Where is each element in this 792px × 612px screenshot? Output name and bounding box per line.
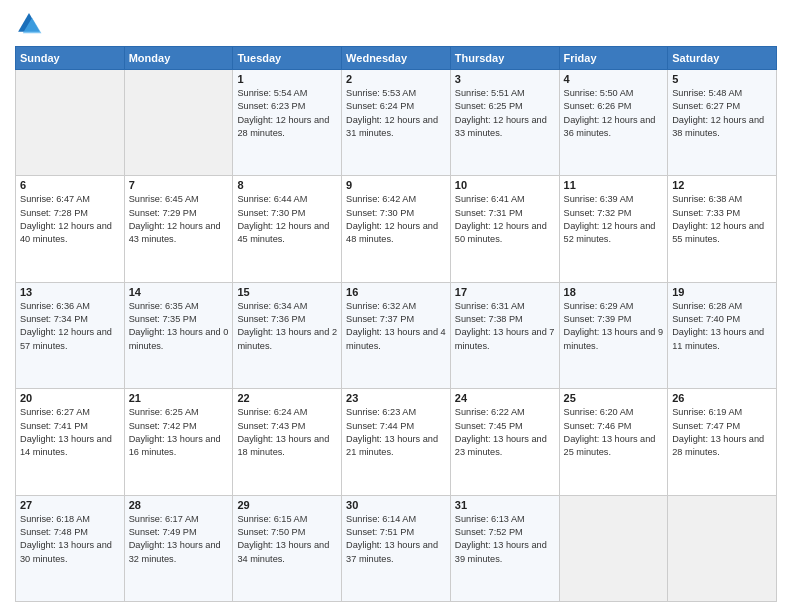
calendar-cell: 16Sunrise: 6:32 AMSunset: 7:37 PMDayligh… (342, 282, 451, 388)
day-number: 16 (346, 286, 446, 298)
calendar-week-1: 1Sunrise: 5:54 AMSunset: 6:23 PMDaylight… (16, 70, 777, 176)
calendar-cell: 26Sunrise: 6:19 AMSunset: 7:47 PMDayligh… (668, 389, 777, 495)
calendar-cell: 5Sunrise: 5:48 AMSunset: 6:27 PMDaylight… (668, 70, 777, 176)
day-info: Sunrise: 6:23 AMSunset: 7:44 PMDaylight:… (346, 406, 446, 459)
day-info: Sunrise: 6:44 AMSunset: 7:30 PMDaylight:… (237, 193, 337, 246)
day-number: 1 (237, 73, 337, 85)
day-number: 24 (455, 392, 555, 404)
calendar-cell: 14Sunrise: 6:35 AMSunset: 7:35 PMDayligh… (124, 282, 233, 388)
calendar-cell: 21Sunrise: 6:25 AMSunset: 7:42 PMDayligh… (124, 389, 233, 495)
day-number: 26 (672, 392, 772, 404)
day-number: 30 (346, 499, 446, 511)
day-number: 12 (672, 179, 772, 191)
calendar-cell: 29Sunrise: 6:15 AMSunset: 7:50 PMDayligh… (233, 495, 342, 601)
day-info: Sunrise: 5:54 AMSunset: 6:23 PMDaylight:… (237, 87, 337, 140)
day-number: 27 (20, 499, 120, 511)
calendar-cell: 9Sunrise: 6:42 AMSunset: 7:30 PMDaylight… (342, 176, 451, 282)
calendar-cell: 4Sunrise: 5:50 AMSunset: 6:26 PMDaylight… (559, 70, 668, 176)
calendar-cell: 23Sunrise: 6:23 AMSunset: 7:44 PMDayligh… (342, 389, 451, 495)
day-info: Sunrise: 6:14 AMSunset: 7:51 PMDaylight:… (346, 513, 446, 566)
weekday-header-tuesday: Tuesday (233, 47, 342, 70)
calendar-cell: 13Sunrise: 6:36 AMSunset: 7:34 PMDayligh… (16, 282, 125, 388)
calendar-cell (124, 70, 233, 176)
header (15, 10, 777, 38)
day-info: Sunrise: 6:20 AMSunset: 7:46 PMDaylight:… (564, 406, 664, 459)
day-info: Sunrise: 6:17 AMSunset: 7:49 PMDaylight:… (129, 513, 229, 566)
day-info: Sunrise: 5:53 AMSunset: 6:24 PMDaylight:… (346, 87, 446, 140)
calendar-cell (16, 70, 125, 176)
day-info: Sunrise: 6:45 AMSunset: 7:29 PMDaylight:… (129, 193, 229, 246)
weekday-header-thursday: Thursday (450, 47, 559, 70)
calendar-cell: 7Sunrise: 6:45 AMSunset: 7:29 PMDaylight… (124, 176, 233, 282)
day-info: Sunrise: 6:22 AMSunset: 7:45 PMDaylight:… (455, 406, 555, 459)
day-info: Sunrise: 6:19 AMSunset: 7:47 PMDaylight:… (672, 406, 772, 459)
calendar-cell: 30Sunrise: 6:14 AMSunset: 7:51 PMDayligh… (342, 495, 451, 601)
day-number: 18 (564, 286, 664, 298)
calendar-cell: 18Sunrise: 6:29 AMSunset: 7:39 PMDayligh… (559, 282, 668, 388)
weekday-header-saturday: Saturday (668, 47, 777, 70)
day-number: 19 (672, 286, 772, 298)
day-info: Sunrise: 6:36 AMSunset: 7:34 PMDaylight:… (20, 300, 120, 353)
calendar-week-4: 20Sunrise: 6:27 AMSunset: 7:41 PMDayligh… (16, 389, 777, 495)
day-info: Sunrise: 6:24 AMSunset: 7:43 PMDaylight:… (237, 406, 337, 459)
logo (15, 10, 47, 38)
day-number: 13 (20, 286, 120, 298)
day-info: Sunrise: 6:15 AMSunset: 7:50 PMDaylight:… (237, 513, 337, 566)
day-info: Sunrise: 6:42 AMSunset: 7:30 PMDaylight:… (346, 193, 446, 246)
calendar-cell: 2Sunrise: 5:53 AMSunset: 6:24 PMDaylight… (342, 70, 451, 176)
day-info: Sunrise: 6:31 AMSunset: 7:38 PMDaylight:… (455, 300, 555, 353)
calendar-cell: 24Sunrise: 6:22 AMSunset: 7:45 PMDayligh… (450, 389, 559, 495)
calendar-cell: 22Sunrise: 6:24 AMSunset: 7:43 PMDayligh… (233, 389, 342, 495)
day-info: Sunrise: 6:25 AMSunset: 7:42 PMDaylight:… (129, 406, 229, 459)
calendar-cell: 12Sunrise: 6:38 AMSunset: 7:33 PMDayligh… (668, 176, 777, 282)
day-number: 14 (129, 286, 229, 298)
day-info: Sunrise: 6:18 AMSunset: 7:48 PMDaylight:… (20, 513, 120, 566)
day-info: Sunrise: 6:38 AMSunset: 7:33 PMDaylight:… (672, 193, 772, 246)
calendar-cell: 15Sunrise: 6:34 AMSunset: 7:36 PMDayligh… (233, 282, 342, 388)
day-info: Sunrise: 5:51 AMSunset: 6:25 PMDaylight:… (455, 87, 555, 140)
calendar-cell: 6Sunrise: 6:47 AMSunset: 7:28 PMDaylight… (16, 176, 125, 282)
day-number: 22 (237, 392, 337, 404)
calendar-cell: 10Sunrise: 6:41 AMSunset: 7:31 PMDayligh… (450, 176, 559, 282)
day-number: 9 (346, 179, 446, 191)
day-number: 5 (672, 73, 772, 85)
day-info: Sunrise: 6:13 AMSunset: 7:52 PMDaylight:… (455, 513, 555, 566)
day-info: Sunrise: 6:41 AMSunset: 7:31 PMDaylight:… (455, 193, 555, 246)
calendar-cell: 28Sunrise: 6:17 AMSunset: 7:49 PMDayligh… (124, 495, 233, 601)
weekday-header-monday: Monday (124, 47, 233, 70)
day-number: 21 (129, 392, 229, 404)
calendar-cell: 8Sunrise: 6:44 AMSunset: 7:30 PMDaylight… (233, 176, 342, 282)
day-number: 28 (129, 499, 229, 511)
weekday-header-friday: Friday (559, 47, 668, 70)
calendar-cell: 25Sunrise: 6:20 AMSunset: 7:46 PMDayligh… (559, 389, 668, 495)
calendar-cell: 19Sunrise: 6:28 AMSunset: 7:40 PMDayligh… (668, 282, 777, 388)
day-info: Sunrise: 6:34 AMSunset: 7:36 PMDaylight:… (237, 300, 337, 353)
calendar-cell: 11Sunrise: 6:39 AMSunset: 7:32 PMDayligh… (559, 176, 668, 282)
day-info: Sunrise: 6:29 AMSunset: 7:39 PMDaylight:… (564, 300, 664, 353)
calendar-cell (559, 495, 668, 601)
weekday-header-sunday: Sunday (16, 47, 125, 70)
day-number: 31 (455, 499, 555, 511)
day-number: 6 (20, 179, 120, 191)
calendar-week-2: 6Sunrise: 6:47 AMSunset: 7:28 PMDaylight… (16, 176, 777, 282)
calendar-cell: 31Sunrise: 6:13 AMSunset: 7:52 PMDayligh… (450, 495, 559, 601)
day-number: 4 (564, 73, 664, 85)
calendar-cell (668, 495, 777, 601)
day-number: 25 (564, 392, 664, 404)
weekday-header-row: SundayMondayTuesdayWednesdayThursdayFrid… (16, 47, 777, 70)
day-number: 2 (346, 73, 446, 85)
day-number: 7 (129, 179, 229, 191)
day-number: 20 (20, 392, 120, 404)
calendar-cell: 3Sunrise: 5:51 AMSunset: 6:25 PMDaylight… (450, 70, 559, 176)
calendar-cell: 20Sunrise: 6:27 AMSunset: 7:41 PMDayligh… (16, 389, 125, 495)
weekday-header-wednesday: Wednesday (342, 47, 451, 70)
calendar-cell: 17Sunrise: 6:31 AMSunset: 7:38 PMDayligh… (450, 282, 559, 388)
day-number: 15 (237, 286, 337, 298)
day-number: 29 (237, 499, 337, 511)
day-info: Sunrise: 6:39 AMSunset: 7:32 PMDaylight:… (564, 193, 664, 246)
calendar-week-3: 13Sunrise: 6:36 AMSunset: 7:34 PMDayligh… (16, 282, 777, 388)
day-info: Sunrise: 5:50 AMSunset: 6:26 PMDaylight:… (564, 87, 664, 140)
calendar-cell: 27Sunrise: 6:18 AMSunset: 7:48 PMDayligh… (16, 495, 125, 601)
page: SundayMondayTuesdayWednesdayThursdayFrid… (0, 0, 792, 612)
day-info: Sunrise: 6:35 AMSunset: 7:35 PMDaylight:… (129, 300, 229, 353)
